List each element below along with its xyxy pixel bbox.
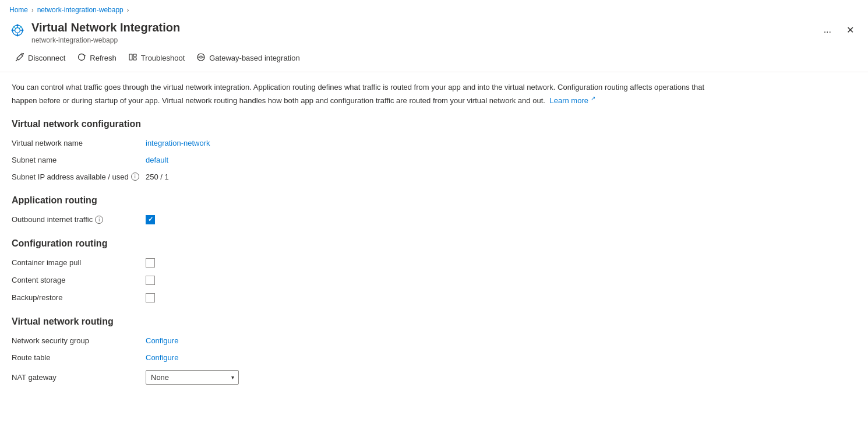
disconnect-button[interactable]: Disconnect (9, 49, 71, 67)
svg-rect-17 (133, 54, 136, 57)
field-value-subnet-ip: 250 / 1 (146, 173, 169, 181)
breadcrumb-chevron-1: › (31, 6, 34, 13)
app-routing-section: Application routing Outbound internet tr… (12, 195, 856, 224)
field-row-nsg: Network security group Configure (12, 336, 856, 345)
field-row-backup-restore: Backup/restore (12, 293, 856, 302)
page-subtitle: network-integration-webapp (31, 36, 813, 44)
close-button[interactable]: ✕ (842, 22, 859, 38)
learn-more-link[interactable]: Learn more ↗ (549, 96, 595, 105)
field-row-nat-gateway: NAT gateway None Option 1 Option 2 ▾ (12, 370, 856, 385)
field-label-outbound: Outbound internet traffic i (12, 215, 146, 224)
breadcrumb-app[interactable]: network-integration-webapp (37, 6, 124, 14)
config-routing-section: Configuration routing Container image pu… (12, 238, 856, 302)
description-text: You can control what traffic goes throug… (12, 82, 711, 107)
main-content: You can control what traffic goes throug… (0, 72, 868, 408)
refresh-icon (77, 52, 86, 64)
backup-restore-checkbox[interactable] (146, 293, 155, 302)
vnet-routing-title: Virtual network routing (12, 316, 856, 327)
field-label-nat-gateway: NAT gateway (12, 373, 146, 382)
field-label-vnet-name: Virtual network name (12, 139, 146, 147)
field-label-route-table: Route table (12, 353, 146, 362)
outbound-checkbox[interactable]: ✓ (146, 215, 155, 224)
svg-rect-18 (133, 58, 136, 60)
nat-gateway-select-container: None Option 1 Option 2 ▾ (146, 370, 239, 385)
field-value-nsg[interactable]: Configure (146, 336, 178, 345)
external-link-icon: ↗ (591, 95, 595, 101)
svg-rect-16 (129, 54, 132, 60)
field-row-outbound: Outbound internet traffic i ✓ (12, 215, 856, 224)
field-row-content-storage: Content storage (12, 276, 856, 285)
config-routing-title: Configuration routing (12, 238, 856, 249)
gateway-label: Gateway-based integration (209, 54, 299, 62)
vnet-config-title: Virtual network configuration (12, 119, 856, 129)
vnet-config-section: Virtual network configuration Virtual ne… (12, 119, 856, 181)
outbound-checkmark: ✓ (148, 216, 153, 223)
field-value-route-table[interactable]: Configure (146, 353, 178, 362)
svg-point-6 (12, 29, 14, 31)
breadcrumb: Home › network-integration-webapp › (0, 0, 868, 17)
container-image-checkbox[interactable] (146, 258, 155, 268)
field-value-subnet-name[interactable]: default (146, 156, 168, 164)
field-row-container-image: Container image pull (12, 258, 856, 268)
breadcrumb-home[interactable]: Home (9, 6, 28, 14)
field-label-backup-restore: Backup/restore (12, 293, 146, 302)
field-label-content-storage: Content storage (12, 276, 146, 284)
field-row-vnet-name: Virtual network name integration-network (12, 139, 856, 147)
gateway-icon (196, 52, 206, 64)
field-value-vnet-name[interactable]: integration-network (146, 139, 210, 147)
page-title: Virtual Network Integration (31, 20, 813, 35)
svg-point-20 (200, 56, 202, 58)
svg-line-11 (19, 26, 22, 29)
field-label-container-image: Container image pull (12, 258, 146, 267)
svg-point-8 (16, 24, 19, 27)
app-routing-title: Application routing (12, 195, 856, 206)
nat-gateway-select[interactable]: None Option 1 Option 2 (146, 370, 239, 385)
toolbar: Disconnect Refresh Troubleshoot (0, 49, 868, 72)
disconnect-label: Disconnect (28, 54, 65, 62)
field-label-subnet-ip: Subnet IP address available / used i (12, 173, 146, 181)
svg-point-7 (22, 29, 24, 31)
gateway-integration-button[interactable]: Gateway-based integration (190, 49, 305, 67)
vnet-routing-section: Virtual network routing Network security… (12, 316, 856, 385)
field-row-subnet-name: Subnet name default (12, 156, 856, 164)
vnet-icon (9, 22, 26, 38)
field-row-subnet-ip: Subnet IP address available / used i 250… (12, 173, 856, 181)
title-content: Virtual Network Integration network-inte… (31, 20, 813, 44)
refresh-button[interactable]: Refresh (71, 49, 122, 67)
ellipsis-button[interactable]: ... (819, 22, 836, 37)
content-storage-checkbox[interactable] (146, 276, 155, 285)
field-row-route-table: Route table Configure (12, 353, 856, 362)
outbound-info-icon[interactable]: i (95, 216, 103, 224)
svg-point-9 (16, 34, 19, 37)
disconnect-icon (15, 52, 24, 64)
svg-line-12 (16, 59, 17, 61)
svg-line-10 (13, 26, 16, 29)
refresh-label: Refresh (90, 54, 117, 62)
breadcrumb-chevron-2: › (127, 6, 129, 13)
field-label-subnet-name: Subnet name (12, 156, 146, 164)
field-label-nsg: Network security group (12, 336, 146, 345)
subnet-ip-info-icon[interactable]: i (131, 173, 139, 181)
troubleshoot-button[interactable]: Troubleshoot (122, 49, 190, 67)
troubleshoot-icon (128, 52, 137, 64)
troubleshoot-label: Troubleshoot (141, 54, 185, 62)
